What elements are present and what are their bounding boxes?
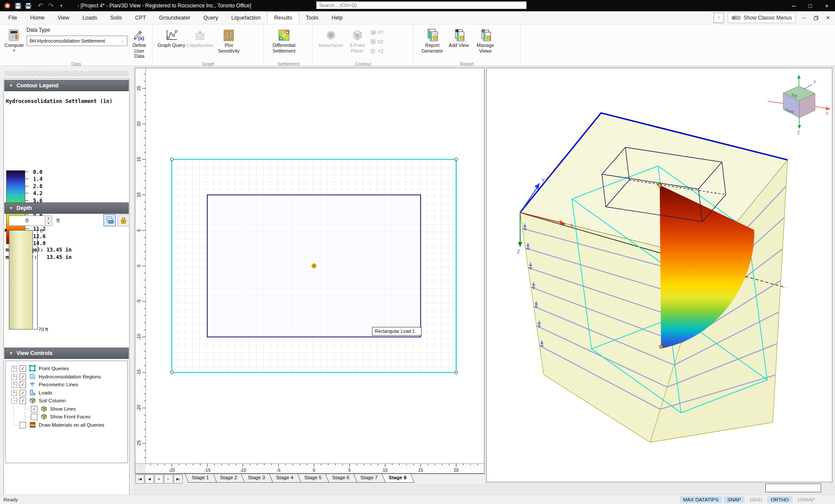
stepper-up-icon[interactable]: ▲ (45, 216, 52, 221)
app-icon[interactable] (3, 1, 12, 10)
nav-cube[interactable]: Top Front X Y Z (768, 75, 831, 135)
selection-handle[interactable] (455, 158, 458, 161)
status-toggle-grid[interactable]: GRID (746, 496, 766, 503)
status-toggle-osnap[interactable]: OSNAP (794, 496, 818, 503)
tab-liquefaction[interactable]: Liquefaction (225, 11, 267, 24)
checkbox-checked[interactable]: ✓ (20, 365, 26, 372)
graph-query-button[interactable]: Graph Query (157, 26, 186, 48)
selection-handle[interactable] (170, 158, 174, 161)
tree-item-loads[interactable]: +✓Loads (6, 389, 127, 397)
minimize-window-icon[interactable]: ─ (785, 0, 802, 11)
define-user-data-label: Define User Data (131, 43, 148, 59)
svg-text:10: 10 (383, 468, 388, 473)
stage-nav-last-button[interactable]: ▶| (174, 474, 183, 484)
query-point[interactable] (312, 264, 316, 268)
compute-button[interactable]: Compute ▼ (4, 26, 24, 53)
mdi-restore-icon[interactable] (812, 13, 820, 22)
tree-item-point-queries[interactable]: +✓Point Queries (6, 365, 127, 372)
tree-item-show-front-faces[interactable]: Show Front Faces (6, 413, 127, 421)
tab-home[interactable]: Home (23, 11, 51, 24)
stage-nav-prev-button[interactable]: ◀ (145, 474, 154, 484)
stage-nav-next-button[interactable]: ▶ (164, 474, 173, 484)
tree-item-label: Show Front Faces (50, 414, 90, 419)
svg-text:-10: -10 (137, 334, 141, 340)
tab-results[interactable]: Results (267, 11, 299, 24)
group-label-graph: Graph (153, 61, 264, 66)
stage-tab-stage-1[interactable]: Stage 1 (185, 474, 217, 483)
data-type-dropdown[interactable]: δH Hydroconsolidation Settlement ⌄ (27, 36, 127, 46)
stepper-down-icon[interactable]: ▼ (45, 221, 52, 226)
checkbox-unchecked[interactable] (31, 414, 37, 420)
stage-tab-stage-5[interactable]: Stage 5 (297, 474, 330, 483)
depth-input[interactable]: 0 (9, 216, 45, 226)
tab-cpt[interactable]: CPT (129, 11, 153, 24)
tree-item-hydroconsolidation-regions[interactable]: +✓Hydroconsolidation Regions (6, 373, 127, 381)
print-icon[interactable] (23, 1, 33, 10)
status-toggle-ortho[interactable]: ORTHO (767, 496, 792, 503)
tab-help[interactable]: Help (325, 11, 349, 24)
checkbox-unchecked[interactable] (20, 422, 26, 428)
tree-item-draw-materials-on-all-queries[interactable]: Draw Materials on all Queries (6, 421, 127, 429)
stage-tab-stage-4[interactable]: Stage 4 (269, 474, 301, 483)
stage-nav-first-button[interactable]: |◀ (135, 474, 144, 484)
tab-file[interactable]: File (2, 11, 23, 24)
search-input[interactable] (316, 1, 527, 9)
status-toggle-max-datatips[interactable]: MAX DATATIPS (680, 496, 722, 503)
manage-views-button[interactable]: Manage Views (471, 26, 500, 53)
undo-icon[interactable]: ↶ (36, 1, 45, 10)
view-controls-header[interactable]: ▼ View Controls (4, 348, 129, 359)
tab-view[interactable]: View (51, 11, 76, 24)
soil-icon (40, 413, 47, 420)
plot-sensitivity-button[interactable]: Plot Sensitivity (214, 26, 243, 53)
depth-stepper[interactable]: ▲▼ (45, 216, 52, 226)
ribbon-group-contour: Isosurfaces 3-Point Plane XY XZ (313, 24, 414, 67)
mdi-minimize-icon[interactable]: ‒ (799, 13, 808, 22)
checkbox-checked[interactable]: ✓ (20, 381, 26, 388)
stage-tab-stage-8[interactable]: Stage 8 (382, 474, 414, 483)
tree-connector (14, 385, 19, 385)
checkbox-checked[interactable]: ✓ (20, 390, 26, 396)
show-classic-menus-toggle[interactable]: Show Classic Menus (728, 13, 796, 23)
plan-view-canvas[interactable]: Rectangular Load 1-20-15-10-505101520-25… (135, 68, 484, 474)
pin-ribbon-icon[interactable]: ↑ (714, 13, 724, 23)
depth-lock-button[interactable] (117, 214, 130, 226)
selection-handle[interactable] (170, 371, 174, 374)
stage-nav-number-button[interactable]: # (154, 474, 164, 484)
depth-layers-button[interactable] (104, 214, 116, 226)
checkbox-checked[interactable]: ✓ (31, 406, 37, 412)
panel-drag-handle[interactable] (4, 71, 129, 76)
mdi-close-icon[interactable]: ✕ (824, 13, 832, 22)
stage-tab-stage-7[interactable]: Stage 7 (354, 474, 386, 483)
redo-icon[interactable]: ↷ (46, 1, 56, 10)
define-user-data-button[interactable]: (x) Define User Data (131, 26, 148, 59)
tab-tools[interactable]: Tools (299, 11, 325, 24)
stage-tab-label: Stage 6 (327, 474, 355, 480)
report-generator-button[interactable]: Report Generator (418, 26, 447, 53)
svg-text:10: 10 (137, 192, 141, 198)
legend-tick-label: 2.8 (33, 183, 43, 189)
depth-header[interactable]: ▼ Depth (4, 202, 129, 214)
checkbox-checked[interactable]: ✓ (20, 374, 26, 380)
tree-item-piezometric-lines[interactable]: +✓Piezometric Lines (6, 381, 127, 388)
tab-query[interactable]: Query (197, 11, 225, 24)
contour-legend-header[interactable]: ▼ Contour Legend (4, 80, 129, 91)
differential-settlement-button[interactable]: Differential Settlement (268, 26, 300, 53)
checkbox-checked[interactable]: ✓ (20, 398, 26, 404)
stage-tab-stage-6[interactable]: Stage 6 (325, 474, 357, 483)
axis-z-label: Z (517, 249, 520, 254)
tab-loads[interactable]: Loads (76, 11, 104, 24)
status-toggle-snap[interactable]: SNAP (724, 496, 744, 503)
close-window-icon[interactable]: × (818, 0, 835, 11)
stage-tab-stage-3[interactable]: Stage 3 (241, 474, 273, 483)
tree-item-soil-column[interactable]: -✓Soil Column (6, 397, 127, 405)
maximize-window-icon[interactable]: □ (802, 0, 818, 11)
add-view-button[interactable]: Add View (447, 26, 471, 48)
stage-tab-stage-2[interactable]: Stage 2 (213, 474, 245, 483)
tab-groundwater[interactable]: Groundwater (153, 11, 197, 24)
view-3d-canvas[interactable]: X Y Z Top Front X Y (486, 68, 832, 482)
qat-customize-icon[interactable]: ▾ (57, 1, 66, 10)
tab-soils[interactable]: Soils (104, 11, 128, 24)
tree-item-show-lines[interactable]: ✓Show Lines (6, 405, 127, 413)
selection-handle[interactable] (455, 371, 458, 374)
save-icon[interactable] (13, 1, 23, 10)
